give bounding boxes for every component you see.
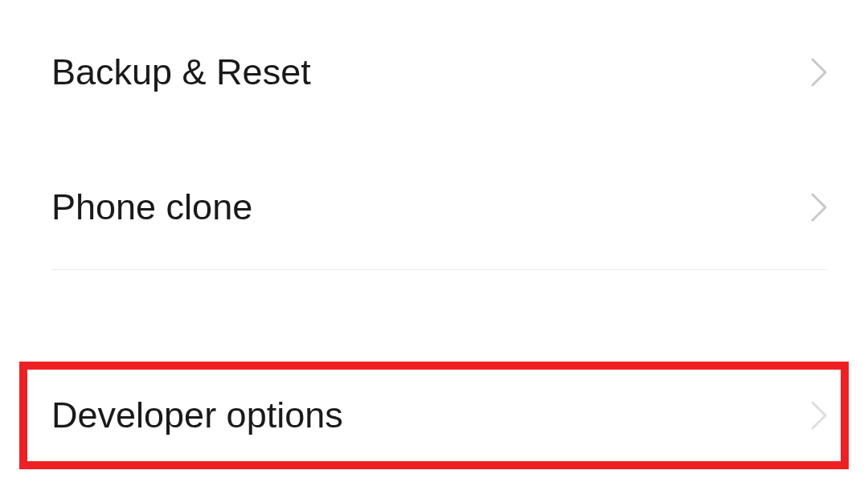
settings-item-label: Backup & Reset [51, 51, 311, 93]
settings-item-label: Developer options [51, 395, 343, 436]
settings-item-developer-options[interactable]: Developer options [0, 362, 868, 469]
chevron-right-icon [810, 400, 828, 431]
settings-item-phone-clone[interactable]: Phone clone [0, 145, 868, 269]
settings-item-backup-reset[interactable]: Backup & Reset [0, 0, 868, 145]
settings-item-label: Phone clone [51, 186, 252, 228]
chevron-right-icon [810, 192, 828, 223]
chevron-right-icon [810, 57, 828, 88]
settings-list: Backup & Reset Phone clone [0, 0, 868, 313]
section-divider [0, 269, 868, 313]
